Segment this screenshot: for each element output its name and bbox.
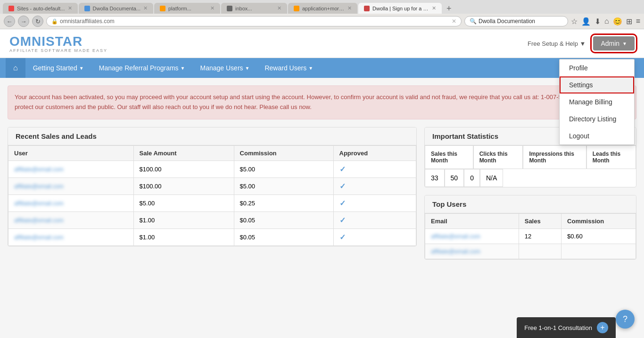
top-user-email: affiliate@email.com <box>431 233 480 240</box>
commission-amount: $0.25 <box>234 194 333 211</box>
reward-users-caret: ▼ <box>308 66 313 71</box>
top-user-commission: $0.60 <box>561 228 636 244</box>
approved-check: ✓ <box>333 177 416 194</box>
manage-users-caret: ▼ <box>245 66 250 71</box>
top-user-sales <box>519 244 561 259</box>
admin-dropdown: Profile Settings Manage Billing Director… <box>559 59 635 145</box>
search-bar[interactable]: 🔍 Dwolla Documentation <box>464 16 568 26</box>
tab-close-6[interactable]: ✕ <box>432 5 436 11</box>
top-user-email: affiliate@email.com <box>431 248 480 255</box>
stat-value-clicks: 50 <box>445 169 464 187</box>
col-approved: Approved <box>333 145 416 161</box>
nav-manage-referral[interactable]: Manage Referral Programs ▼ <box>91 59 193 77</box>
col-user: User <box>8 145 134 161</box>
col-commission: Commission <box>234 145 333 161</box>
emoji-icon[interactable]: 😊 <box>613 17 622 26</box>
menu-icon[interactable]: ≡ <box>636 17 640 26</box>
sale-amount: $1.00 <box>133 211 234 228</box>
admin-button[interactable]: Admin <box>593 36 635 51</box>
col-sale-amount: Sale Amount <box>133 145 234 161</box>
commission-amount: $5.00 <box>234 177 333 194</box>
dropdown-logout[interactable]: Logout <box>560 127 634 144</box>
back-button[interactable]: ← <box>4 16 15 27</box>
admin-label: Admin <box>601 40 619 47</box>
dropdown-profile[interactable]: Profile <box>560 59 634 76</box>
user-email: affiliate@email.com <box>14 183 64 190</box>
approved-check: ✓ <box>333 194 416 211</box>
logo-star: STAR <box>46 34 83 49</box>
tab-close-4[interactable]: ✕ <box>277 5 281 11</box>
tab-close-2[interactable]: ✕ <box>143 5 148 11</box>
search-text: Dwolla Documentation <box>479 18 535 25</box>
top-col-email: Email <box>425 213 519 228</box>
nav-home[interactable]: ⌂ <box>6 58 25 78</box>
stat-header-leads: Leads this Month <box>586 145 636 169</box>
table-row: affiliate@email.com $1.00 $0.05 ✓ <box>8 211 416 228</box>
commission-amount: $0.05 <box>234 211 333 228</box>
alert-text: Your account has been activated, so you … <box>15 93 623 110</box>
top-users-title: Top Users <box>425 195 636 213</box>
user-email: affiliate@email.com <box>14 234 64 241</box>
main-content: Recent Sales and Leads User Sale Amount … <box>0 127 644 275</box>
tab-5[interactable]: application+more... ✕ <box>288 3 357 14</box>
tab-1[interactable]: Sites - auto-default... ✕ <box>3 3 78 14</box>
bookmark-icon[interactable]: ☆ <box>571 17 578 26</box>
table-row: affiliate@email.com $1.00 $0.05 ✓ <box>8 228 416 245</box>
free-setup-link[interactable]: Free Setup & Help ▼ <box>528 40 586 47</box>
logo-text: OMNISTAR <box>9 34 107 49</box>
toolbar-icons: ☆ 👤 ⬇ ⌂ 😊 ⊞ ≡ <box>571 17 640 26</box>
tab-close-3[interactable]: ✕ <box>210 5 215 11</box>
top-user-sales: 12 <box>519 228 561 244</box>
user-email: affiliate@email.com <box>14 200 64 207</box>
approved-check: ✓ <box>333 228 416 245</box>
nav-getting-started[interactable]: Getting Started ▼ <box>25 59 91 77</box>
new-tab-button[interactable]: + <box>443 4 455 14</box>
sale-amount: $100.00 <box>133 161 234 177</box>
tab-6-active[interactable]: Dwolla | Sign up for a fre... ✕ <box>358 3 442 14</box>
table-row: affiliate@email.com $100.00 $5.00 ✓ <box>8 177 416 194</box>
tab-2[interactable]: Dwolla Documenta... ✕ <box>79 3 154 14</box>
download-icon[interactable]: ⬇ <box>594 17 601 26</box>
tab-close-1[interactable]: ✕ <box>68 5 72 11</box>
recent-sales-card: Recent Sales and Leads User Sale Amount … <box>8 127 417 246</box>
stat-value-impressions: 0 <box>464 169 480 187</box>
top-users-card: Top Users Email Sales Commission affilia… <box>424 195 636 260</box>
commission-amount: $5.00 <box>234 161 333 177</box>
address-text: omnistaraffiliates.com <box>60 18 115 25</box>
tab-4[interactable]: inbox... ✕ <box>221 3 287 14</box>
stat-value-sales: 33 <box>425 169 445 187</box>
forward-button[interactable]: → <box>18 16 29 27</box>
table-row: affiliate@email.com $100.00 $5.00 ✓ <box>8 161 416 177</box>
dropdown-directory[interactable]: Directory Listing <box>560 110 634 127</box>
logo: OMNISTAR AFFILIATE SOFTWARE MADE EASY <box>9 34 107 53</box>
nav-manage-users[interactable]: Manage Users ▼ <box>193 59 257 77</box>
dropdown-settings[interactable]: Settings <box>560 76 634 93</box>
logo-sub: AFFILIATE SOFTWARE MADE EASY <box>9 48 107 53</box>
reload-button[interactable]: ↻ <box>32 16 43 27</box>
recent-sales-title: Recent Sales and Leads <box>8 127 416 145</box>
sale-amount: $1.00 <box>133 228 234 245</box>
table-row: affiliate@email.com $5.00 $0.25 ✓ <box>8 194 416 211</box>
alert-box: Your account has been activated, so you … <box>8 85 636 119</box>
tab-close-5[interactable]: ✕ <box>347 5 352 11</box>
getting-started-caret: ▼ <box>79 66 84 71</box>
browser-chrome: Sites - auto-default... ✕ Dwolla Documen… <box>0 0 644 29</box>
stats-headers-row: Sales this Month Clicks this Month Impre… <box>425 145 636 169</box>
nav-reward-users[interactable]: Reward Users ▼ <box>257 59 321 77</box>
address-bar[interactable]: 🔒 omnistaraffiliates.com ✕ <box>46 16 462 26</box>
tab-3[interactable]: platform... ✕ <box>154 3 220 14</box>
approved-check: ✓ <box>333 161 416 177</box>
commission-amount: $0.05 <box>234 228 333 245</box>
extensions-icon[interactable]: ⊞ <box>626 17 632 26</box>
logo-omni: OMNI <box>9 34 46 49</box>
left-panel: Recent Sales and Leads User Sale Amount … <box>8 127 417 267</box>
recent-sales-table: User Sale Amount Commission Approved aff… <box>8 145 416 246</box>
header-right: Free Setup & Help ▼ Admin Profile Settin… <box>528 36 635 51</box>
list-item: affiliate@email.com 12 $0.60 <box>425 228 636 244</box>
home-icon[interactable]: ⌂ <box>604 17 609 26</box>
address-bar-row: ← → ↻ 🔒 omnistaraffiliates.com ✕ 🔍 Dwoll… <box>0 14 644 29</box>
account-icon[interactable]: 👤 <box>581 17 591 26</box>
dropdown-billing[interactable]: Manage Billing <box>560 93 634 110</box>
admin-wrapper: Admin Profile Settings Manage Billing Di… <box>593 36 635 51</box>
user-email: affiliate@email.com <box>14 217 64 224</box>
